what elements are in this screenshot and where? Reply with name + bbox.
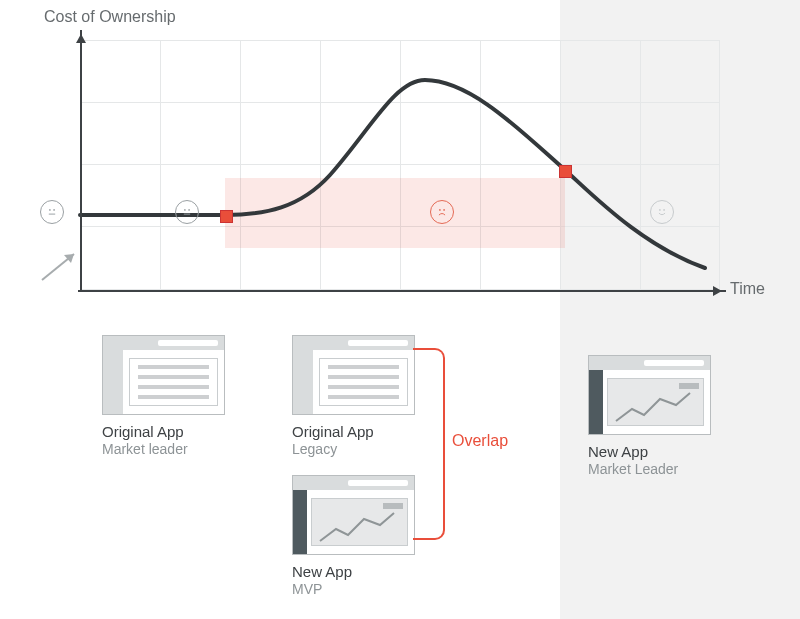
x-axis [78,290,726,292]
thumb-original-leader [102,335,225,415]
svg-point-2 [49,209,51,211]
card-title: New App [292,563,413,580]
thumb-new-leader [588,355,711,435]
mood-face-happy [650,200,674,224]
mood-face-unhappy [430,200,454,224]
growth-arrow-icon [38,246,84,286]
overlap-label: Overlap [452,432,508,450]
cost-curve [0,0,800,320]
card-subtitle: Market leader [102,441,223,457]
thumb-new-mvp [292,475,415,555]
card-original-leader: Original App Market leader [102,335,223,457]
svg-point-5 [184,209,186,211]
svg-point-8 [439,209,441,211]
svg-point-3 [53,209,55,211]
svg-point-9 [443,209,445,211]
mood-face-neutral-1 [40,200,64,224]
card-subtitle: Legacy [292,441,413,457]
card-subtitle: MVP [292,581,413,597]
card-subtitle: Market Leader [588,461,709,477]
marker-overlap-start [220,210,233,223]
marker-overlap-end [559,165,572,178]
overlap-bracket [413,348,445,540]
card-title: New App [588,443,709,460]
svg-point-11 [663,209,665,211]
card-new-leader: New App Market Leader [588,355,709,477]
svg-point-6 [188,209,190,211]
mood-face-neutral-2 [175,200,199,224]
svg-point-10 [659,209,661,211]
card-original-legacy: Original App Legacy [292,335,413,457]
card-new-mvp: New App MVP [292,475,413,597]
diagram-stage: Cost of Ownership Time [0,0,800,619]
card-title: Original App [292,423,413,440]
card-title: Original App [102,423,223,440]
thumb-original-legacy [292,335,415,415]
